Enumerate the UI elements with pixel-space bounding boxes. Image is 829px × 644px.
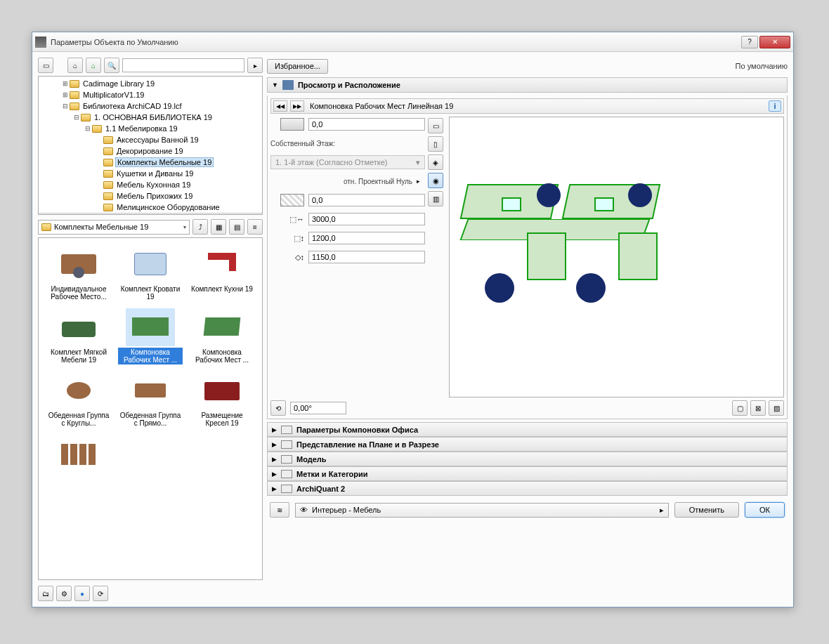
tree-node[interactable]: Мелицинское Оборудование [39,202,262,213]
thumbnail-image [126,308,175,346]
tree-node[interactable]: ⊞MultiplicatorV1.19 [39,89,262,100]
expand-arrow-icon: ▶ [272,485,277,492]
view-3d-button[interactable]: ◉ [428,173,443,188]
dim-z-icon: ◇↕ [295,253,305,262]
thumbnail-item[interactable]: Обеденная Группа с Круглы... [44,370,113,429]
thumbnail-item[interactable] [44,433,113,477]
layer-dropdown[interactable]: 👁 Интерьер - Мебель ▸ [295,503,669,518]
tree-expander-icon[interactable]: ⊟ [72,114,81,121]
tree-horizontal-scrollbar[interactable]: ◂▸ [39,213,262,215]
thumbnail-item[interactable]: Комплект Мягкой Мебели 19 [44,307,113,366]
folder-dropdown[interactable]: Комплекты Мебельные 19 ▾ [38,220,190,235]
section-preview-title: Просмотр и Расположение [298,81,400,89]
library-filter-green-icon[interactable]: ⌂ [86,58,101,73]
dim-x-input[interactable] [308,213,425,225]
tree-node-label: Мелицинское Оборудование [115,203,221,211]
info-button[interactable]: i [769,100,781,112]
library-settings-icon[interactable]: ⚙ [56,586,72,601]
tree-node[interactable]: Мебель Прихожих 19 [39,190,262,202]
thumbnail-label: Обеденная Группа с Круглы... [46,411,111,428]
titlebar: Параметры Объекта по Умолчанию ? ✕ [32,32,793,52]
thumbnail-item[interactable]: Индивидуальное Рабочее Место... [44,244,113,303]
mirror-y-icon[interactable]: ▨ [769,400,784,416]
eye-icon: 👁 [300,506,308,514]
library-tree[interactable]: ⊞Cadimage Library 19⊞MultiplicatorV1.19⊟… [38,76,263,215]
tree-node[interactable]: Декорирование 19 [39,145,262,157]
favorites-button[interactable]: Избранное... [267,59,328,74]
library-manager-icon[interactable]: 🗂 [38,586,53,601]
search-icon[interactable]: 🔍 [104,58,119,73]
next-object-button[interactable]: ▶▶ [290,100,304,112]
view-list-icon[interactable]: ≡ [247,219,263,235]
tree-node-label: Кушетки и Диваны 19 [115,169,195,178]
right-panel: Избранное... По умолчанию ▼ Просмотр и Р… [267,58,788,601]
collapsed-section[interactable]: ▶Параметры Компоновки Офиса [267,422,788,437]
dialog-window: Параметры Объекта по Умолчанию ? ✕ ▭ ⌂ ⌂… [32,32,794,607]
collapsed-section[interactable]: ▶ArchiQuant 2 [267,481,788,496]
tree-node[interactable]: ⊟Библиотека ArchiCAD 19.lcf [39,100,262,112]
up-folder-icon[interactable]: ⤴ [192,219,208,235]
view-front-button[interactable]: ▯ [428,136,443,152]
thumbnail-item[interactable]: Обеденная Группа с Прямо... [116,370,185,429]
angle-icon[interactable]: ⟲ [270,400,286,416]
folder-icon [103,204,113,211]
thumbnail-item[interactable]: Комплект Кровати 19 [116,244,185,303]
view-large-icons[interactable]: ▦ [211,219,226,235]
tree-expander-icon[interactable]: ⊟ [61,103,70,110]
elevation-input[interactable] [308,118,425,131]
thumbnail-item[interactable]: Компоновка Рабочих Мест ... [116,307,185,366]
collapsed-section[interactable]: ▶Метки и Категории [267,466,788,481]
thumbnail-image [54,435,103,473]
thumbnail-image [197,308,247,346]
mirror-x-icon[interactable]: ⊠ [750,400,766,416]
thumbnail-pane[interactable]: Индивидуальное Рабочее Место...Комплект … [38,237,263,580]
tree-expander-icon[interactable]: ⊟ [84,125,92,132]
collapsed-section-title: ArchiQuant 2 [296,485,345,493]
view-plan-button[interactable]: ▭ [428,118,443,133]
tree-node-label: Декорирование 19 [115,147,185,155]
thumbnail-label: Комплект Кровати 19 [118,284,183,301]
view-small-icons[interactable]: ▤ [229,219,244,235]
cancel-button[interactable]: Отменить [674,502,739,518]
search-input[interactable] [122,58,244,72]
dim-x-icon: ⬚↔ [289,215,304,224]
reload-library-icon[interactable]: ⟳ [93,586,108,601]
view-side-button[interactable]: ◈ [428,155,443,170]
thumbnail-label: Обеденная Группа с Прямо... [118,411,183,428]
folder-icon [41,223,51,231]
library-filter-icon[interactable]: ⌂ [67,58,83,73]
dim-y-input[interactable] [308,232,425,244]
section-preview-header[interactable]: ▼ Просмотр и Расположение [267,77,788,93]
search-go-icon[interactable]: ▸ [247,58,263,73]
tree-node[interactable]: Кушетки и Диваны 19 [39,168,262,179]
link-icon[interactable]: ▸ [417,178,425,185]
collapsed-section[interactable]: ▶Модель [267,452,788,466]
view-list-button[interactable]: ▥ [428,191,443,206]
tree-node[interactable]: ⊟1.1 Мебелировка 19 [39,123,262,134]
tree-node[interactable]: Аксессуары Ванной 19 [39,134,262,145]
tree-node-label: 1. ОСНОВНАЯ БИБЛИОТЕКА 19 [93,113,214,121]
tree-node[interactable]: Мебель Кухонная 19 [39,179,262,190]
prev-object-button[interactable]: ◀◀ [273,100,287,112]
thumbnail-image [197,372,247,409]
tree-expander-icon[interactable]: ⊞ [61,80,70,87]
dim-z-input[interactable] [308,251,425,263]
tree-node[interactable]: Комплекты Мебельные 19 [39,157,262,168]
mirror-none-icon[interactable]: ▢ [732,400,748,416]
thumbnail-label: Компоновка Рабочих Мест ... [118,348,183,364]
tree-node[interactable]: ⊟1. ОСНОВНАЯ БИБЛИОТЕКА 19 [39,112,262,123]
thumbnail-item[interactable]: Компоновка Рабочих Мест ... [188,307,256,366]
web-library-icon[interactable]: ● [74,586,90,601]
thumbnail-item[interactable]: Размещение Кресел 19 [188,370,256,429]
preview-3d-canvas[interactable] [449,117,784,397]
tree-expander-icon[interactable]: ⊞ [61,91,70,98]
close-button[interactable]: ✕ [759,36,790,48]
thumbnail-item[interactable]: Комплект Кухни 19 [188,244,256,303]
angle-input[interactable] [290,402,346,414]
view-mode-toggle[interactable]: ▭ [38,58,53,73]
ok-button[interactable]: ОК [745,502,785,518]
bottom-elev-input[interactable] [308,194,425,206]
collapsed-section[interactable]: ▶Представление на Плане и в Разрезе [267,437,788,452]
tree-node[interactable]: ⊞Cadimage Library 19 [39,78,262,89]
help-button[interactable]: ? [741,36,758,48]
